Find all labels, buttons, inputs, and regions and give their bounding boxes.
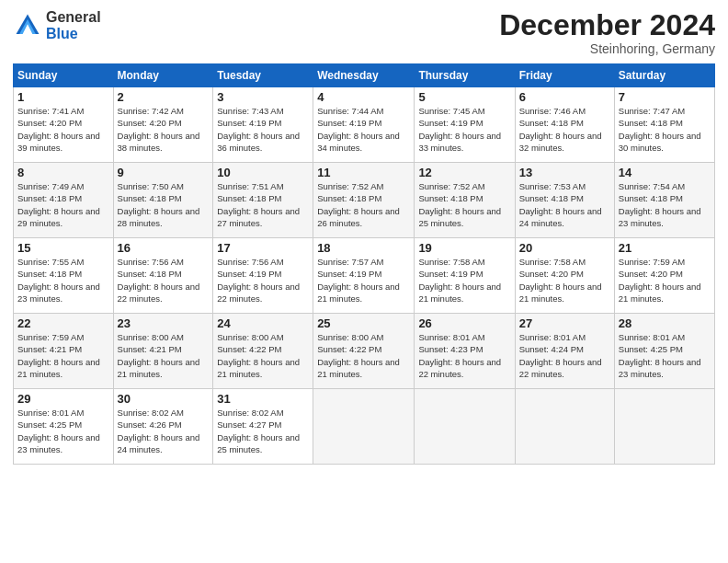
day-info: Sunrise: 8:00 AMSunset: 4:21 PMDaylight:… bbox=[118, 332, 200, 379]
logo-icon bbox=[13, 11, 42, 40]
day-info: Sunrise: 8:02 AMSunset: 4:26 PMDaylight:… bbox=[118, 408, 200, 454]
day-info: Sunrise: 7:45 AMSunset: 4:19 PMDaylight:… bbox=[418, 106, 501, 153]
calendar-day-cell: 22 Sunrise: 7:59 AMSunset: 4:21 PMDaylig… bbox=[14, 314, 114, 389]
calendar-week-row: 8 Sunrise: 7:49 AMSunset: 4:18 PMDayligh… bbox=[14, 163, 715, 238]
calendar-week-row: 22 Sunrise: 7:59 AMSunset: 4:21 PMDaylig… bbox=[14, 314, 715, 389]
day-info: Sunrise: 8:00 AMSunset: 4:22 PMDaylight:… bbox=[317, 332, 400, 379]
day-number: 20 bbox=[519, 241, 610, 255]
header-friday: Friday bbox=[515, 64, 614, 87]
day-info: Sunrise: 7:52 AMSunset: 4:18 PMDaylight:… bbox=[418, 181, 501, 228]
day-number: 25 bbox=[317, 316, 410, 330]
day-number: 15 bbox=[17, 241, 109, 255]
calendar-day-cell: 24 Sunrise: 8:00 AMSunset: 4:22 PMDaylig… bbox=[213, 314, 313, 389]
calendar-day-cell bbox=[515, 389, 614, 465]
day-number: 19 bbox=[418, 241, 510, 255]
day-info: Sunrise: 8:01 AMSunset: 4:23 PMDaylight:… bbox=[418, 332, 501, 379]
day-info: Sunrise: 7:53 AMSunset: 4:18 PMDaylight:… bbox=[519, 181, 602, 228]
calendar-day-cell: 14 Sunrise: 7:54 AMSunset: 4:18 PMDaylig… bbox=[614, 163, 714, 238]
day-number: 12 bbox=[418, 166, 510, 179]
day-number: 10 bbox=[217, 166, 309, 179]
logo-text: General Blue bbox=[46, 9, 101, 41]
day-number: 22 bbox=[17, 316, 109, 330]
day-number: 31 bbox=[217, 392, 309, 406]
day-info: Sunrise: 7:49 AMSunset: 4:18 PMDaylight:… bbox=[17, 181, 100, 228]
day-info: Sunrise: 7:55 AMSunset: 4:18 PMDaylight:… bbox=[17, 257, 100, 304]
day-number: 28 bbox=[619, 316, 711, 330]
day-number: 2 bbox=[118, 90, 210, 104]
header-thursday: Thursday bbox=[415, 64, 515, 87]
day-info: Sunrise: 7:57 AMSunset: 4:19 PMDaylight:… bbox=[317, 257, 400, 304]
calendar-day-cell: 21 Sunrise: 7:59 AMSunset: 4:20 PMDaylig… bbox=[614, 238, 714, 314]
calendar-day-cell: 15 Sunrise: 7:55 AMSunset: 4:18 PMDaylig… bbox=[14, 238, 114, 314]
calendar-day-cell: 7 Sunrise: 7:47 AMSunset: 4:18 PMDayligh… bbox=[614, 87, 714, 163]
day-number: 21 bbox=[619, 241, 711, 255]
calendar-day-cell: 6 Sunrise: 7:46 AMSunset: 4:18 PMDayligh… bbox=[515, 87, 614, 163]
calendar-day-cell: 8 Sunrise: 7:49 AMSunset: 4:18 PMDayligh… bbox=[14, 163, 114, 238]
day-info: Sunrise: 7:59 AMSunset: 4:21 PMDaylight:… bbox=[17, 332, 100, 379]
calendar-day-cell: 10 Sunrise: 7:51 AMSunset: 4:18 PMDaylig… bbox=[213, 163, 313, 238]
day-number: 9 bbox=[118, 166, 210, 179]
calendar-day-cell: 9 Sunrise: 7:50 AMSunset: 4:18 PMDayligh… bbox=[113, 163, 213, 238]
day-info: Sunrise: 7:59 AMSunset: 4:20 PMDaylight:… bbox=[619, 257, 701, 304]
day-info: Sunrise: 8:01 AMSunset: 4:25 PMDaylight:… bbox=[17, 408, 100, 454]
day-number: 8 bbox=[17, 166, 109, 179]
day-info: Sunrise: 7:58 AMSunset: 4:20 PMDaylight:… bbox=[519, 257, 602, 304]
calendar-week-row: 1 Sunrise: 7:41 AMSunset: 4:20 PMDayligh… bbox=[14, 87, 715, 163]
header-monday: Monday bbox=[113, 64, 213, 87]
calendar-day-cell: 17 Sunrise: 7:56 AMSunset: 4:19 PMDaylig… bbox=[213, 238, 313, 314]
calendar-day-cell: 2 Sunrise: 7:42 AMSunset: 4:20 PMDayligh… bbox=[113, 87, 213, 163]
calendar-day-cell: 20 Sunrise: 7:58 AMSunset: 4:20 PMDaylig… bbox=[515, 238, 614, 314]
day-number: 16 bbox=[118, 241, 210, 255]
day-number: 4 bbox=[317, 90, 410, 104]
calendar-day-cell: 13 Sunrise: 7:53 AMSunset: 4:18 PMDaylig… bbox=[515, 163, 614, 238]
calendar-day-cell: 12 Sunrise: 7:52 AMSunset: 4:18 PMDaylig… bbox=[415, 163, 515, 238]
calendar-week-row: 15 Sunrise: 7:55 AMSunset: 4:18 PMDaylig… bbox=[14, 238, 715, 314]
day-info: Sunrise: 7:41 AMSunset: 4:20 PMDaylight:… bbox=[17, 106, 100, 153]
calendar-day-cell: 23 Sunrise: 8:00 AMSunset: 4:21 PMDaylig… bbox=[113, 314, 213, 389]
day-info: Sunrise: 7:58 AMSunset: 4:19 PMDaylight:… bbox=[418, 257, 501, 304]
header-wednesday: Wednesday bbox=[313, 64, 415, 87]
day-info: Sunrise: 8:01 AMSunset: 4:24 PMDaylight:… bbox=[519, 332, 602, 379]
day-info: Sunrise: 7:51 AMSunset: 4:18 PMDaylight:… bbox=[217, 181, 300, 228]
day-info: Sunrise: 7:56 AMSunset: 4:19 PMDaylight:… bbox=[217, 257, 300, 304]
day-number: 6 bbox=[519, 90, 610, 104]
day-info: Sunrise: 7:52 AMSunset: 4:18 PMDaylight:… bbox=[317, 181, 400, 228]
day-number: 11 bbox=[317, 166, 410, 179]
header-sunday: Sunday bbox=[14, 64, 114, 87]
day-number: 30 bbox=[118, 392, 210, 406]
month-title: December 2024 bbox=[499, 9, 715, 41]
calendar-week-row: 29 Sunrise: 8:01 AMSunset: 4:25 PMDaylig… bbox=[14, 389, 715, 465]
calendar-day-cell: 3 Sunrise: 7:43 AMSunset: 4:19 PMDayligh… bbox=[213, 87, 313, 163]
day-info: Sunrise: 7:42 AMSunset: 4:20 PMDaylight:… bbox=[118, 106, 200, 153]
title-block: December 2024 Steinhoring, Germany bbox=[499, 9, 715, 56]
calendar-day-cell: 16 Sunrise: 7:56 AMSunset: 4:18 PMDaylig… bbox=[113, 238, 213, 314]
day-info: Sunrise: 7:54 AMSunset: 4:18 PMDaylight:… bbox=[619, 181, 701, 228]
day-info: Sunrise: 8:02 AMSunset: 4:27 PMDaylight:… bbox=[217, 408, 300, 454]
day-number: 18 bbox=[317, 241, 410, 255]
day-number: 26 bbox=[418, 316, 510, 330]
calendar-day-cell: 29 Sunrise: 8:01 AMSunset: 4:25 PMDaylig… bbox=[14, 389, 114, 465]
calendar-day-cell: 31 Sunrise: 8:02 AMSunset: 4:27 PMDaylig… bbox=[213, 389, 313, 465]
header-saturday: Saturday bbox=[614, 64, 714, 87]
calendar-day-cell: 28 Sunrise: 8:01 AMSunset: 4:25 PMDaylig… bbox=[614, 314, 714, 389]
day-number: 13 bbox=[519, 166, 610, 179]
day-number: 27 bbox=[519, 316, 610, 330]
calendar-day-cell: 4 Sunrise: 7:44 AMSunset: 4:19 PMDayligh… bbox=[313, 87, 415, 163]
logo: General Blue bbox=[13, 9, 101, 41]
calendar-day-cell bbox=[415, 389, 515, 465]
day-info: Sunrise: 8:00 AMSunset: 4:22 PMDaylight:… bbox=[217, 332, 300, 379]
calendar-day-cell bbox=[614, 389, 714, 465]
weekday-header-row: Sunday Monday Tuesday Wednesday Thursday… bbox=[14, 64, 715, 87]
calendar-day-cell: 19 Sunrise: 7:58 AMSunset: 4:19 PMDaylig… bbox=[415, 238, 515, 314]
calendar-day-cell: 11 Sunrise: 7:52 AMSunset: 4:18 PMDaylig… bbox=[313, 163, 415, 238]
day-info: Sunrise: 7:47 AMSunset: 4:18 PMDaylight:… bbox=[619, 106, 701, 153]
day-info: Sunrise: 7:43 AMSunset: 4:19 PMDaylight:… bbox=[217, 106, 300, 153]
logo-general-text: General bbox=[46, 9, 101, 26]
day-number: 24 bbox=[217, 316, 309, 330]
logo-blue-text: Blue bbox=[46, 26, 101, 42]
calendar-day-cell: 18 Sunrise: 7:57 AMSunset: 4:19 PMDaylig… bbox=[313, 238, 415, 314]
day-info: Sunrise: 7:44 AMSunset: 4:19 PMDaylight:… bbox=[317, 106, 400, 153]
calendar-day-cell: 27 Sunrise: 8:01 AMSunset: 4:24 PMDaylig… bbox=[515, 314, 614, 389]
day-info: Sunrise: 7:56 AMSunset: 4:18 PMDaylight:… bbox=[118, 257, 200, 304]
day-number: 1 bbox=[17, 90, 109, 104]
